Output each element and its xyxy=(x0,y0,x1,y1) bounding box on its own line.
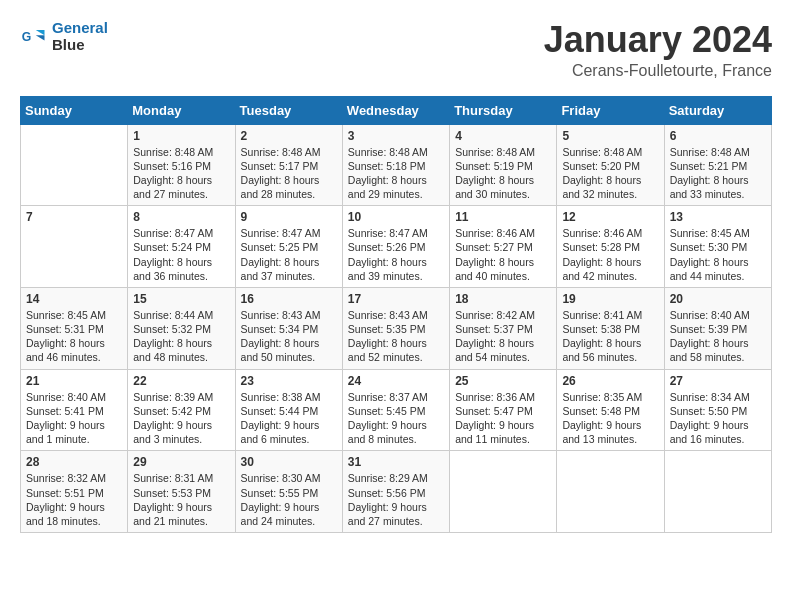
weekday-header-sunday: Sunday xyxy=(21,96,128,124)
day-number: 1 xyxy=(133,129,229,143)
title-block: January 2024 Cerans-Foulletourte, France xyxy=(544,20,772,80)
day-number: 7 xyxy=(26,210,122,224)
cell-details: Sunrise: 8:30 AMSunset: 5:55 PMDaylight:… xyxy=(241,471,337,528)
calendar-cell: 9Sunrise: 8:47 AMSunset: 5:25 PMDaylight… xyxy=(235,206,342,288)
cell-details: Sunrise: 8:29 AMSunset: 5:56 PMDaylight:… xyxy=(348,471,444,528)
day-number: 31 xyxy=(348,455,444,469)
calendar-cell: 17Sunrise: 8:43 AMSunset: 5:35 PMDayligh… xyxy=(342,287,449,369)
cell-details: Sunrise: 8:48 AMSunset: 5:20 PMDaylight:… xyxy=(562,145,658,202)
week-row-1: 1Sunrise: 8:48 AMSunset: 5:16 PMDaylight… xyxy=(21,124,772,206)
weekday-header-monday: Monday xyxy=(128,96,235,124)
cell-details: Sunrise: 8:47 AMSunset: 5:25 PMDaylight:… xyxy=(241,226,337,283)
calendar-cell: 26Sunrise: 8:35 AMSunset: 5:48 PMDayligh… xyxy=(557,369,664,451)
day-number: 21 xyxy=(26,374,122,388)
day-number: 5 xyxy=(562,129,658,143)
logo-icon: G xyxy=(20,23,48,51)
cell-details: Sunrise: 8:39 AMSunset: 5:42 PMDaylight:… xyxy=(133,390,229,447)
calendar-cell: 5Sunrise: 8:48 AMSunset: 5:20 PMDaylight… xyxy=(557,124,664,206)
calendar-cell: 28Sunrise: 8:32 AMSunset: 5:51 PMDayligh… xyxy=(21,451,128,533)
day-number: 29 xyxy=(133,455,229,469)
cell-details: Sunrise: 8:47 AMSunset: 5:26 PMDaylight:… xyxy=(348,226,444,283)
cell-details: Sunrise: 8:40 AMSunset: 5:39 PMDaylight:… xyxy=(670,308,766,365)
day-number: 26 xyxy=(562,374,658,388)
svg-marker-2 xyxy=(36,35,45,40)
day-number: 6 xyxy=(670,129,766,143)
day-number: 25 xyxy=(455,374,551,388)
cell-details: Sunrise: 8:48 AMSunset: 5:16 PMDaylight:… xyxy=(133,145,229,202)
day-number: 30 xyxy=(241,455,337,469)
cell-details: Sunrise: 8:45 AMSunset: 5:30 PMDaylight:… xyxy=(670,226,766,283)
day-number: 2 xyxy=(241,129,337,143)
calendar-cell: 14Sunrise: 8:45 AMSunset: 5:31 PMDayligh… xyxy=(21,287,128,369)
week-row-2: 78Sunrise: 8:47 AMSunset: 5:24 PMDayligh… xyxy=(21,206,772,288)
cell-details: Sunrise: 8:44 AMSunset: 5:32 PMDaylight:… xyxy=(133,308,229,365)
cell-details: Sunrise: 8:34 AMSunset: 5:50 PMDaylight:… xyxy=(670,390,766,447)
cell-details: Sunrise: 8:37 AMSunset: 5:45 PMDaylight:… xyxy=(348,390,444,447)
calendar-cell: 11Sunrise: 8:46 AMSunset: 5:27 PMDayligh… xyxy=(450,206,557,288)
calendar-body: 1Sunrise: 8:48 AMSunset: 5:16 PMDaylight… xyxy=(21,124,772,532)
cell-details: Sunrise: 8:32 AMSunset: 5:51 PMDaylight:… xyxy=(26,471,122,528)
day-number: 16 xyxy=(241,292,337,306)
svg-marker-1 xyxy=(36,30,45,35)
cell-details: Sunrise: 8:43 AMSunset: 5:34 PMDaylight:… xyxy=(241,308,337,365)
calendar-cell: 7 xyxy=(21,206,128,288)
day-number: 4 xyxy=(455,129,551,143)
calendar-cell: 21Sunrise: 8:40 AMSunset: 5:41 PMDayligh… xyxy=(21,369,128,451)
location-subtitle: Cerans-Foulletourte, France xyxy=(544,62,772,80)
calendar-cell: 31Sunrise: 8:29 AMSunset: 5:56 PMDayligh… xyxy=(342,451,449,533)
cell-details: Sunrise: 8:31 AMSunset: 5:53 PMDaylight:… xyxy=(133,471,229,528)
day-number: 18 xyxy=(455,292,551,306)
day-number: 15 xyxy=(133,292,229,306)
cell-details: Sunrise: 8:48 AMSunset: 5:19 PMDaylight:… xyxy=(455,145,551,202)
day-number: 23 xyxy=(241,374,337,388)
calendar-cell: 23Sunrise: 8:38 AMSunset: 5:44 PMDayligh… xyxy=(235,369,342,451)
day-number: 27 xyxy=(670,374,766,388)
calendar-cell: 20Sunrise: 8:40 AMSunset: 5:39 PMDayligh… xyxy=(664,287,771,369)
svg-text:G: G xyxy=(22,29,32,43)
calendar-cell: 22Sunrise: 8:39 AMSunset: 5:42 PMDayligh… xyxy=(128,369,235,451)
day-number: 10 xyxy=(348,210,444,224)
calendar-table: SundayMondayTuesdayWednesdayThursdayFrid… xyxy=(20,96,772,533)
day-number: 3 xyxy=(348,129,444,143)
calendar-cell: 4Sunrise: 8:48 AMSunset: 5:19 PMDaylight… xyxy=(450,124,557,206)
calendar-cell xyxy=(450,451,557,533)
calendar-cell: 3Sunrise: 8:48 AMSunset: 5:18 PMDaylight… xyxy=(342,124,449,206)
calendar-cell: 18Sunrise: 8:42 AMSunset: 5:37 PMDayligh… xyxy=(450,287,557,369)
calendar-cell: 24Sunrise: 8:37 AMSunset: 5:45 PMDayligh… xyxy=(342,369,449,451)
day-number: 17 xyxy=(348,292,444,306)
calendar-cell: 19Sunrise: 8:41 AMSunset: 5:38 PMDayligh… xyxy=(557,287,664,369)
weekday-header-friday: Friday xyxy=(557,96,664,124)
day-number: 19 xyxy=(562,292,658,306)
day-number: 14 xyxy=(26,292,122,306)
day-number: 9 xyxy=(241,210,337,224)
cell-details: Sunrise: 8:47 AMSunset: 5:24 PMDaylight:… xyxy=(133,226,229,283)
calendar-cell: 6Sunrise: 8:48 AMSunset: 5:21 PMDaylight… xyxy=(664,124,771,206)
month-title: January 2024 xyxy=(544,20,772,60)
logo-line1: General xyxy=(52,19,108,36)
day-number: 24 xyxy=(348,374,444,388)
weekday-header-row: SundayMondayTuesdayWednesdayThursdayFrid… xyxy=(21,96,772,124)
cell-details: Sunrise: 8:40 AMSunset: 5:41 PMDaylight:… xyxy=(26,390,122,447)
cell-details: Sunrise: 8:42 AMSunset: 5:37 PMDaylight:… xyxy=(455,308,551,365)
day-number: 11 xyxy=(455,210,551,224)
calendar-cell xyxy=(21,124,128,206)
cell-details: Sunrise: 8:46 AMSunset: 5:28 PMDaylight:… xyxy=(562,226,658,283)
cell-details: Sunrise: 8:48 AMSunset: 5:18 PMDaylight:… xyxy=(348,145,444,202)
day-number: 28 xyxy=(26,455,122,469)
calendar-cell xyxy=(557,451,664,533)
day-number: 22 xyxy=(133,374,229,388)
logo-line2: Blue xyxy=(52,36,85,53)
cell-details: Sunrise: 8:48 AMSunset: 5:17 PMDaylight:… xyxy=(241,145,337,202)
cell-details: Sunrise: 8:46 AMSunset: 5:27 PMDaylight:… xyxy=(455,226,551,283)
day-number: 20 xyxy=(670,292,766,306)
calendar-cell xyxy=(664,451,771,533)
calendar-cell: 2Sunrise: 8:48 AMSunset: 5:17 PMDaylight… xyxy=(235,124,342,206)
calendar-cell: 29Sunrise: 8:31 AMSunset: 5:53 PMDayligh… xyxy=(128,451,235,533)
weekday-header-thursday: Thursday xyxy=(450,96,557,124)
calendar-cell: 27Sunrise: 8:34 AMSunset: 5:50 PMDayligh… xyxy=(664,369,771,451)
calendar-cell: 1Sunrise: 8:48 AMSunset: 5:16 PMDaylight… xyxy=(128,124,235,206)
calendar-cell: 30Sunrise: 8:30 AMSunset: 5:55 PMDayligh… xyxy=(235,451,342,533)
cell-details: Sunrise: 8:35 AMSunset: 5:48 PMDaylight:… xyxy=(562,390,658,447)
calendar-cell: 13Sunrise: 8:45 AMSunset: 5:30 PMDayligh… xyxy=(664,206,771,288)
weekday-header-tuesday: Tuesday xyxy=(235,96,342,124)
